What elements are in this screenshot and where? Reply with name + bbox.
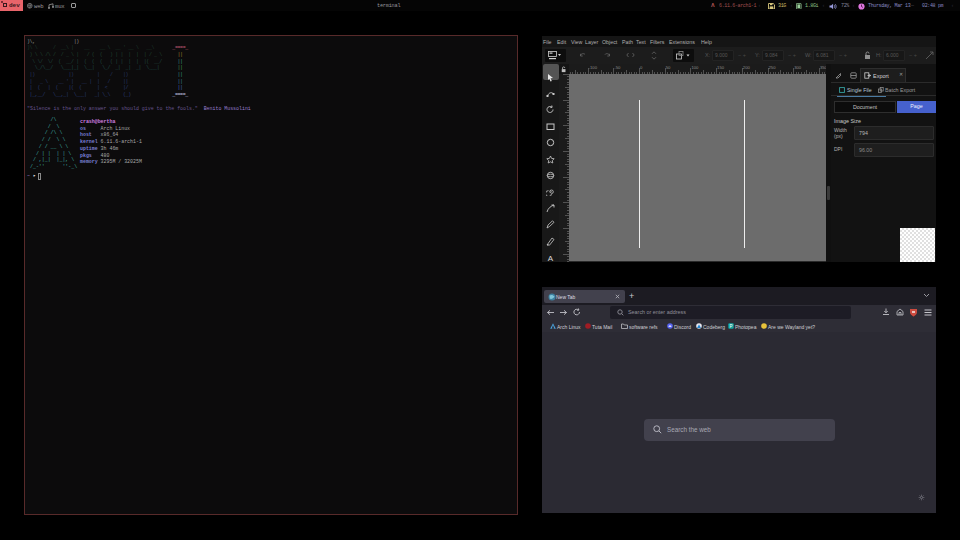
svg-text:A: A (548, 253, 554, 262)
svg-text:P: P (729, 324, 732, 329)
